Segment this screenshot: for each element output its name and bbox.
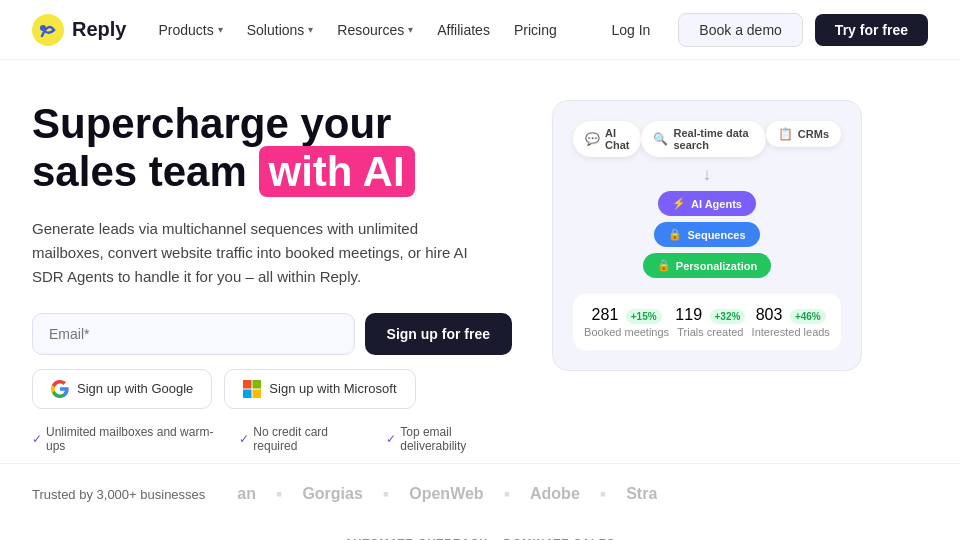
svg-point-0 — [32, 14, 64, 46]
svg-point-1 — [40, 25, 46, 31]
ai-chat-chip: 💬 AI Chat — [573, 121, 641, 157]
check-mailboxes: Unlimited mailboxes and warm-ups — [32, 425, 219, 453]
brand-separator: ▪ — [600, 484, 606, 505]
feature-checklist: Unlimited mailboxes and warm-ups No cred… — [32, 425, 512, 453]
flow-top-chips: 💬 AI Chat 🔍 Real-time data search 📋 CRMs — [573, 121, 841, 157]
microsoft-icon — [243, 380, 261, 398]
agent-chips: ⚡ AI Agents 🔒 Sequences 🔒 Personalizatio… — [573, 191, 841, 278]
teaser-label: AUTOMATE OUTREACH = DOMINATE SALES — [32, 537, 928, 540]
email-field[interactable] — [32, 313, 355, 355]
chevron-down-icon: ▾ — [308, 24, 313, 35]
stat-badge-trials: +32% — [710, 309, 746, 324]
stat-num: 803 +46% — [752, 306, 830, 324]
hero-right: 💬 AI Chat 🔍 Real-time data search 📋 CRMs… — [552, 100, 862, 371]
lock-icon: 🔒 — [668, 228, 682, 241]
search-icon: 🔍 — [653, 132, 668, 146]
ai-agents-chip: ⚡ AI Agents — [658, 191, 756, 216]
trusted-label: Trusted by 3,000+ businesses — [32, 487, 205, 502]
brand-separator: ▪ — [276, 484, 282, 505]
svg-rect-3 — [253, 380, 262, 389]
arrow-down-icon: ↓ — [703, 165, 712, 183]
crm-icon: 📋 — [778, 127, 793, 141]
nav-resources[interactable]: Resources ▾ — [337, 22, 413, 38]
nav-solutions[interactable]: Solutions ▾ — [247, 22, 314, 38]
brand-stra: Stra — [626, 485, 657, 503]
sequences-chip: 🔒 Sequences — [654, 222, 759, 247]
stat-interested-leads: 803 +46% Interested leads — [752, 306, 830, 338]
nav-links: Products ▾ Solutions ▾ Resources ▾ Affil… — [158, 22, 556, 38]
nav-affiliates[interactable]: Affiliates — [437, 22, 490, 38]
dashboard-preview: 💬 AI Chat 🔍 Real-time data search 📋 CRMs… — [552, 100, 862, 371]
logo[interactable]: Reply — [32, 14, 126, 46]
login-button[interactable]: Log In — [595, 14, 666, 46]
svg-rect-2 — [243, 380, 252, 389]
stat-trials-created: 119 +32% Trials created — [675, 306, 745, 338]
trusted-section: Trusted by 3,000+ businesses an ▪ Gorgia… — [0, 463, 960, 521]
nav-pricing[interactable]: Pricing — [514, 22, 557, 38]
stats-row: 281 +15% Booked meetings 119 +32% Trials… — [573, 294, 841, 350]
google-icon — [51, 380, 69, 398]
brand-separator: ▪ — [504, 484, 510, 505]
lock-icon: 🔒 — [657, 259, 671, 272]
nav-right: Log In Book a demo Try for free — [595, 13, 928, 47]
bottom-teaser: AUTOMATE OUTREACH = DOMINATE SALES Next … — [0, 521, 960, 540]
hero-left: Supercharge your sales team with AI Gene… — [32, 100, 512, 453]
nav-left: Reply Products ▾ Solutions ▾ Resources ▾… — [32, 14, 557, 46]
personalization-chip: 🔒 Personalization — [643, 253, 771, 278]
chevron-down-icon: ▾ — [218, 24, 223, 35]
stat-booked-meetings: 281 +15% Booked meetings — [584, 306, 669, 338]
navbar: Reply Products ▾ Solutions ▾ Resources ▾… — [0, 0, 960, 60]
chat-icon: 💬 — [585, 132, 600, 146]
logo-text: Reply — [72, 18, 126, 41]
lightning-icon: ⚡ — [672, 197, 686, 210]
stat-num: 119 +32% — [675, 306, 745, 324]
realtime-data-chip: 🔍 Real-time data search — [641, 121, 765, 157]
brand-adobe: Adobe — [530, 485, 580, 503]
stat-badge-leads: +46% — [790, 309, 826, 324]
hero-section: Supercharge your sales team with AI Gene… — [0, 60, 960, 453]
hero-title: Supercharge your sales team with AI — [32, 100, 512, 197]
highlight-text: with AI — [259, 146, 415, 197]
brand-an: an — [237, 485, 256, 503]
book-demo-button[interactable]: Book a demo — [678, 13, 803, 47]
flow-arrow: ↓ — [573, 165, 841, 183]
check-no-credit: No credit card required — [239, 425, 366, 453]
google-signup-button[interactable]: Sign up with Google — [32, 369, 212, 409]
brand-openweb: OpenWeb — [409, 485, 483, 503]
email-signup-row: Sign up for free — [32, 313, 512, 355]
logo-icon — [32, 14, 64, 46]
svg-rect-4 — [243, 389, 252, 398]
hero-description: Generate leads via multichannel sequence… — [32, 217, 472, 289]
stat-badge-meetings: +15% — [626, 309, 662, 324]
brand-logos: an ▪ Gorgias ▪ OpenWeb ▪ Adobe ▪ Stra — [237, 484, 657, 505]
brand-separator: ▪ — [383, 484, 389, 505]
svg-rect-5 — [253, 389, 262, 398]
crms-chip: 📋 CRMs — [766, 121, 841, 147]
nav-products[interactable]: Products ▾ — [158, 22, 222, 38]
check-deliverability: Top email deliverability — [386, 425, 512, 453]
stat-num: 281 +15% — [584, 306, 669, 324]
signup-free-button[interactable]: Sign up for free — [365, 313, 512, 355]
brand-gorgias: Gorgias — [302, 485, 362, 503]
social-signup-buttons: Sign up with Google Sign up with Microso… — [32, 369, 512, 409]
try-free-button[interactable]: Try for free — [815, 14, 928, 46]
chevron-down-icon: ▾ — [408, 24, 413, 35]
microsoft-signup-button[interactable]: Sign up with Microsoft — [224, 369, 415, 409]
